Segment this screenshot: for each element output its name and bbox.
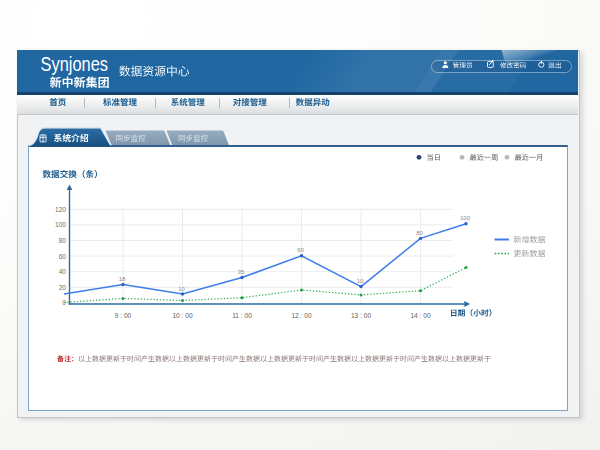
svg-text:120: 120: [55, 206, 66, 213]
svg-text:40: 40: [59, 268, 67, 275]
svg-text:35: 35: [238, 269, 245, 275]
svg-text:60: 60: [297, 247, 304, 253]
svg-text:14 : 00: 14 : 00: [410, 312, 430, 319]
svg-text:20: 20: [59, 284, 67, 291]
svg-text:80: 80: [416, 230, 423, 236]
svg-text:12 : 00: 12 : 00: [291, 312, 311, 319]
svg-text:10: 10: [178, 286, 185, 292]
svg-text:13 : 00: 13 : 00: [351, 312, 371, 319]
svg-text:100: 100: [460, 215, 471, 221]
svg-text:10 : 00: 10 : 00: [172, 312, 192, 319]
svg-text:11 : 00: 11 : 00: [232, 312, 252, 319]
svg-text:18: 18: [119, 276, 126, 282]
svg-text:Synjones: Synjones: [41, 53, 109, 75]
svg-text:9 : 00: 9 : 00: [115, 312, 132, 319]
svg-text:80: 80: [59, 237, 67, 244]
svg-text:60: 60: [59, 253, 67, 260]
svg-text:10: 10: [357, 278, 364, 284]
svg-text:100: 100: [55, 221, 66, 228]
